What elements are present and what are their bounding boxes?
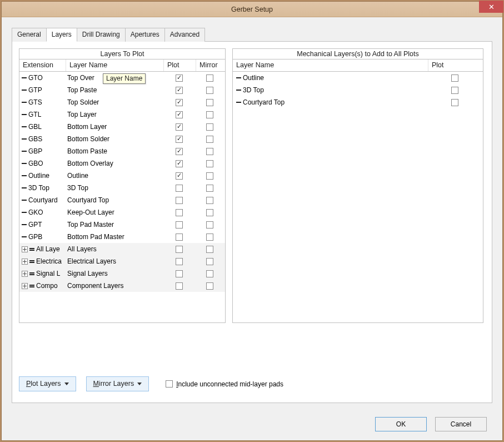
close-button[interactable]: ✕ <box>479 1 503 13</box>
mirror-checkbox[interactable] <box>206 172 213 180</box>
mech-layer-row[interactable]: 3D Top <box>233 84 483 96</box>
cancel-button[interactable]: Cancel <box>435 417 487 431</box>
header-plot[interactable]: Plot <box>164 59 196 71</box>
right-list-title: Mechanical Layers(s) to Add to All Plots <box>233 49 483 59</box>
layer-row[interactable]: GPTTop Pad Master <box>19 218 225 231</box>
extension-text: GTO <box>28 74 43 82</box>
header-right-plot[interactable]: Plot <box>428 59 483 71</box>
layer-group-row[interactable]: CompoComponent Layers <box>19 280 225 292</box>
layer-row[interactable]: GTLTop Layer <box>19 108 225 121</box>
header-right-layer-name[interactable]: Layer Name <box>233 59 428 71</box>
plot-checkbox[interactable] <box>451 99 458 106</box>
layer-group-icon <box>29 272 34 275</box>
plot-checkbox[interactable] <box>176 185 183 192</box>
plot-checkbox[interactable] <box>176 270 183 277</box>
extension-text: 3D Top <box>28 184 49 192</box>
plot-checkbox[interactable] <box>176 246 183 253</box>
tabstrip: General Layers Drill Drawing Apertures A… <box>12 27 492 42</box>
expand-icon[interactable] <box>22 271 28 277</box>
mirror-checkbox[interactable] <box>206 185 213 192</box>
plot-checkbox[interactable] <box>176 148 183 155</box>
tab-layers[interactable]: Layers <box>46 28 77 42</box>
plot-checkbox[interactable] <box>451 75 458 82</box>
mirror-checkbox[interactable] <box>206 246 213 253</box>
group-name-text: Signal Layers <box>67 270 163 277</box>
mech-layer-name: 3D Top <box>243 86 264 94</box>
mirror-checkbox[interactable] <box>206 282 213 290</box>
tab-general[interactable]: General <box>12 28 47 42</box>
group-name-text: Electrical Layers <box>67 257 163 265</box>
layers-to-plot-list: Layers To Plot Extension Layer Name Plot… <box>19 48 226 323</box>
expand-icon[interactable] <box>22 259 28 265</box>
layer-row[interactable]: CourtyardCourtyard Top <box>19 194 225 206</box>
layer-bar-icon <box>22 102 27 103</box>
tab-drill-drawing[interactable]: Drill Drawing <box>77 28 126 42</box>
mirror-checkbox[interactable] <box>206 258 213 265</box>
layer-row[interactable]: GBOBottom Overlay <box>19 157 225 170</box>
plot-checkbox[interactable] <box>176 111 183 118</box>
plot-checkbox[interactable] <box>176 99 183 106</box>
mirror-checkbox[interactable] <box>206 270 213 277</box>
mirror-checkbox[interactable] <box>206 87 213 94</box>
mirror-checkbox[interactable] <box>206 148 213 155</box>
layer-row[interactable]: GPBBottom Pad Master <box>19 231 225 243</box>
layer-bar-icon <box>236 102 241 103</box>
layer-row[interactable]: GTPTop Paste <box>19 84 225 96</box>
header-layer-name[interactable]: Layer Name <box>66 59 164 71</box>
expand-icon[interactable] <box>22 246 28 252</box>
layer-row[interactable]: GKOKeep-Out Layer <box>19 206 225 218</box>
header-extension[interactable]: Extension <box>19 59 66 71</box>
layer-group-row[interactable]: All LayeAll Layers <box>19 243 225 255</box>
mirror-checkbox[interactable] <box>206 209 213 216</box>
mirror-checkbox[interactable] <box>206 75 213 82</box>
extension-text: GKO <box>28 208 43 216</box>
extension-text: Outline <box>28 172 49 180</box>
layer-row[interactable]: GBPBottom Paste <box>19 145 225 157</box>
layer-group-row[interactable]: Signal LSignal Layers <box>19 267 225 280</box>
header-mirror[interactable]: Mirror <box>196 59 225 71</box>
plot-checkbox[interactable] <box>176 258 183 265</box>
expand-icon[interactable] <box>22 283 28 289</box>
layer-row[interactable]: GBLBottom Layer <box>19 121 225 133</box>
ok-button[interactable]: OK <box>375 417 427 431</box>
titlebar[interactable]: Gerber Setup ✕ <box>2 2 502 17</box>
layer-row[interactable]: GBSBottom Solder <box>19 133 225 145</box>
mech-layer-row[interactable]: Outline <box>233 72 483 84</box>
mirror-checkbox[interactable] <box>206 197 213 204</box>
dialog-footer <box>12 373 492 403</box>
layer-bar-icon <box>22 151 27 152</box>
plot-checkbox[interactable] <box>176 221 183 229</box>
extension-text: GBP <box>28 147 42 155</box>
mech-layer-row[interactable]: Courtyard Top <box>233 96 483 108</box>
plot-checkbox[interactable] <box>176 197 183 204</box>
mirror-checkbox[interactable] <box>206 160 213 167</box>
layer-bar-icon <box>22 114 27 116</box>
tab-advanced[interactable]: Advanced <box>164 28 205 42</box>
layer-name-text: Bottom Solder <box>67 135 163 143</box>
plot-checkbox[interactable] <box>176 160 183 167</box>
plot-checkbox[interactable] <box>176 209 183 216</box>
layer-row[interactable]: 3D Top3D Top <box>19 182 225 194</box>
mirror-checkbox[interactable] <box>206 99 213 106</box>
extension-text: GBO <box>28 160 43 167</box>
plot-checkbox[interactable] <box>176 75 183 82</box>
mirror-checkbox[interactable] <box>206 136 213 143</box>
mirror-checkbox[interactable] <box>206 234 213 241</box>
tab-apertures[interactable]: Apertures <box>125 28 165 42</box>
layer-bar-icon <box>22 212 27 213</box>
mirror-checkbox[interactable] <box>206 221 213 229</box>
mirror-checkbox[interactable] <box>206 111 213 118</box>
plot-checkbox[interactable] <box>176 234 183 241</box>
plot-checkbox[interactable] <box>176 172 183 180</box>
plot-checkbox[interactable] <box>176 282 183 290</box>
plot-checkbox[interactable] <box>176 87 183 94</box>
mirror-checkbox[interactable] <box>206 123 213 131</box>
layer-group-row[interactable]: ElectricaElectrical Layers <box>19 255 225 267</box>
plot-checkbox[interactable] <box>451 87 458 94</box>
layer-row[interactable]: OutlineOutline <box>19 170 225 182</box>
plot-checkbox[interactable] <box>176 136 183 143</box>
group-name-text: All Layers <box>67 245 163 253</box>
layer-bar-icon <box>22 126 27 128</box>
plot-checkbox[interactable] <box>176 123 183 131</box>
layer-row[interactable]: GTSTop Solder <box>19 96 225 108</box>
